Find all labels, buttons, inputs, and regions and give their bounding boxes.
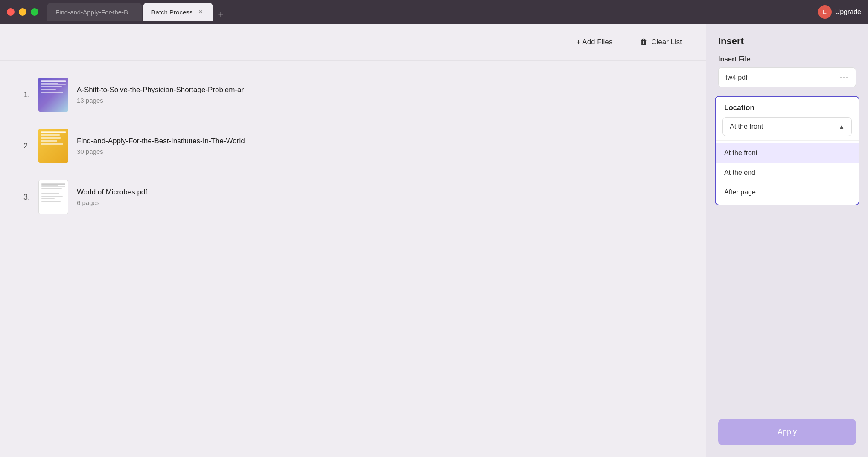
file-info: Find-and-Apply-For-the-Best-Institutes-I… [77,137,245,155]
file-info: A-Shift-to-Solve-the-Physician-Shortage-… [77,86,244,104]
file-selector-value: fw4.pdf [725,74,748,81]
location-selector[interactable]: At the front ▲ [722,117,852,136]
upgrade-button[interactable]: L Upgrade [818,5,861,19]
panel-spacer [706,214,868,419]
file-pages: 13 pages [77,97,244,104]
right-panel: Insert Insert File fw4.pdf ··· Location … [706,24,868,457]
files-list: 1. A-Shift-to-Solve-the-Physician-Shorta… [0,61,706,457]
file-item: 1. A-Shift-to-Solve-the-Physician-Shorta… [17,69,689,120]
add-files-button[interactable]: + Add Files [570,35,620,50]
file-number: 1. [17,90,30,99]
main-content: + Add Files 🗑 Clear List 1. [0,24,868,457]
insert-file-label: Insert File [706,55,868,67]
clear-list-label: Clear List [651,38,682,46]
chevron-up-icon: ▲ [839,123,845,130]
add-tab-button[interactable]: + [214,8,227,21]
file-info: World of Microbes.pdf 6 pages [77,188,147,206]
file-number: 2. [17,142,30,150]
tab-batch-process[interactable]: Batch Process ✕ [143,3,213,21]
tab-label: Find-and-Apply-For-the-B... [55,9,134,16]
location-option-front[interactable]: At the front [716,143,859,163]
add-files-label: + Add Files [577,38,613,46]
file-thumbnail [38,78,68,112]
location-option-after[interactable]: After page [716,182,859,202]
tab-find-apply[interactable]: Find-and-Apply-For-the-B... [47,3,142,21]
more-options-icon[interactable]: ··· [840,73,849,82]
close-button[interactable] [7,8,15,16]
upgrade-label: Upgrade [835,8,861,16]
file-item: 2. Find-and-Apply-For-the-Best-Institute… [17,120,689,171]
file-pages: 6 pages [77,199,147,206]
file-item: 3. World of Microbes.pdf 6 [17,171,689,223]
location-dropdown: At the front At the end After page [716,140,859,205]
tab-bar: Find-and-Apply-For-the-B... Batch Proces… [47,3,818,21]
file-name: World of Microbes.pdf [77,188,147,197]
tab-label: Batch Process [151,9,193,16]
location-option-end[interactable]: At the end [716,163,859,182]
minimize-button[interactable] [19,8,26,16]
file-name: A-Shift-to-Solve-the-Physician-Shortage-… [77,86,244,94]
file-name: Find-and-Apply-For-the-Best-Institutes-I… [77,137,245,145]
toolbar: + Add Files 🗑 Clear List [0,24,706,61]
file-list-area: + Add Files 🗑 Clear List 1. [0,24,706,457]
tab-close-icon[interactable]: ✕ [197,8,204,16]
apply-button[interactable]: Apply [718,419,856,445]
traffic-lights [7,8,38,16]
file-number: 3. [17,193,30,202]
clear-list-button[interactable]: 🗑 Clear List [633,34,689,50]
file-thumbnail [38,180,68,214]
panel-title: Insert [706,24,868,55]
file-pages: 30 pages [77,148,245,155]
toolbar-divider [626,36,626,49]
file-thumbnail [38,129,68,163]
titlebar: Find-and-Apply-For-the-B... Batch Proces… [0,0,868,24]
location-container: Location At the front ▲ At the front At … [715,96,859,205]
trash-icon: 🗑 [640,38,648,46]
maximize-button[interactable] [31,8,38,16]
user-avatar: L [818,5,832,19]
location-header: Location [716,97,859,117]
file-selector[interactable]: fw4.pdf ··· [718,67,856,87]
location-selected-value: At the front [730,123,763,130]
